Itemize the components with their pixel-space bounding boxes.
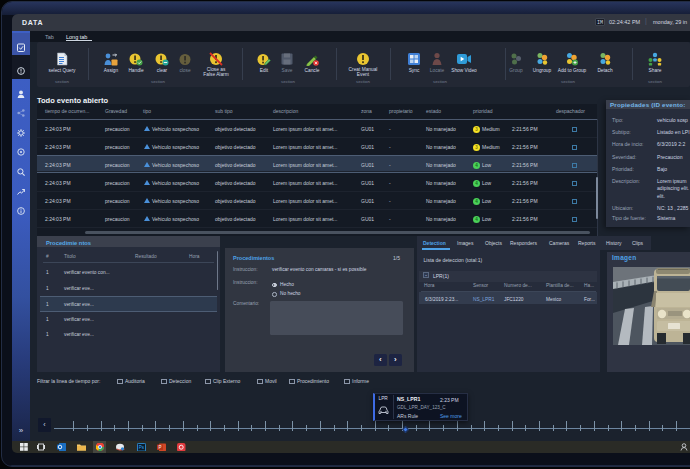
- svg-text:Ps: Ps: [139, 445, 145, 450]
- svg-text:P: P: [158, 444, 161, 449]
